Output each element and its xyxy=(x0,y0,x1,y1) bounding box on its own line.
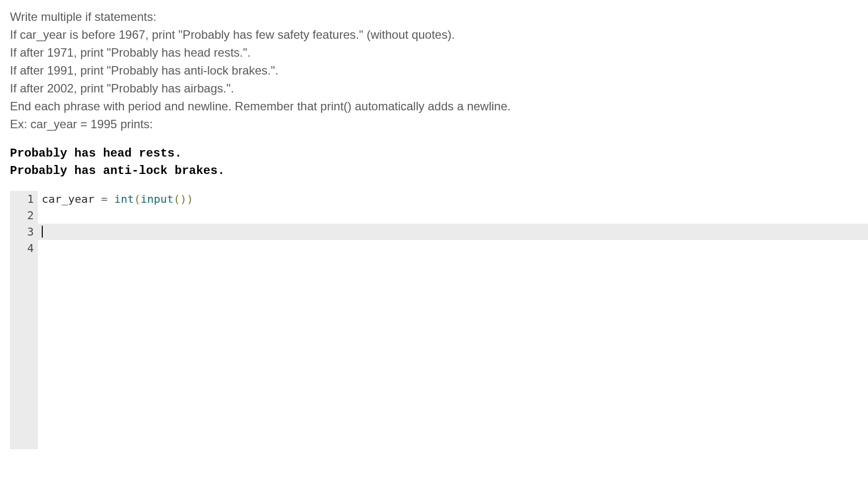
token-paren: ( xyxy=(174,193,180,205)
example-output: Probably has head rests. Probably has an… xyxy=(10,145,868,180)
token-paren: ) xyxy=(180,193,186,205)
line-number: 4 xyxy=(17,240,34,256)
code-editor[interactable]: 1 2 3 4 car_year = int(input()) xyxy=(10,191,868,449)
token-operator: = xyxy=(101,193,107,205)
problem-line: If after 1991, print "Probably has anti-… xyxy=(10,62,868,80)
code-line-4[interactable] xyxy=(38,240,868,256)
problem-line: If after 2002, print "Probably has airba… xyxy=(10,80,868,97)
code-area[interactable]: car_year = int(input()) xyxy=(38,191,868,449)
example-output-line: Probably has anti-lock brakes. xyxy=(10,163,868,180)
token-paren: ( xyxy=(134,193,140,205)
token-identifier: car_year xyxy=(42,193,94,205)
example-output-line: Probably has head rests. xyxy=(10,145,868,163)
line-number: 1 xyxy=(17,191,34,207)
token-builtin: input xyxy=(141,193,174,205)
problem-line: End each phrase with period and newline.… xyxy=(10,97,868,115)
token-paren: ) xyxy=(186,193,193,205)
problem-line: Ex: car_year = 1995 prints: xyxy=(10,115,868,133)
code-line-3[interactable] xyxy=(38,224,868,240)
text-cursor xyxy=(42,226,43,238)
problem-line: If car_year is before 1967, print "Proba… xyxy=(10,26,868,44)
code-line-2[interactable] xyxy=(38,207,868,224)
code-line-1[interactable]: car_year = int(input()) xyxy=(38,191,868,207)
line-number-gutter: 1 2 3 4 xyxy=(10,191,38,449)
problem-description: Write multiple if statements: If car_yea… xyxy=(10,8,868,133)
problem-line: If after 1971, print "Probably has head … xyxy=(10,44,868,62)
line-number: 2 xyxy=(17,207,34,224)
token-builtin: int xyxy=(114,193,134,205)
line-number: 3 xyxy=(17,224,34,240)
problem-line: Write multiple if statements: xyxy=(10,8,868,26)
